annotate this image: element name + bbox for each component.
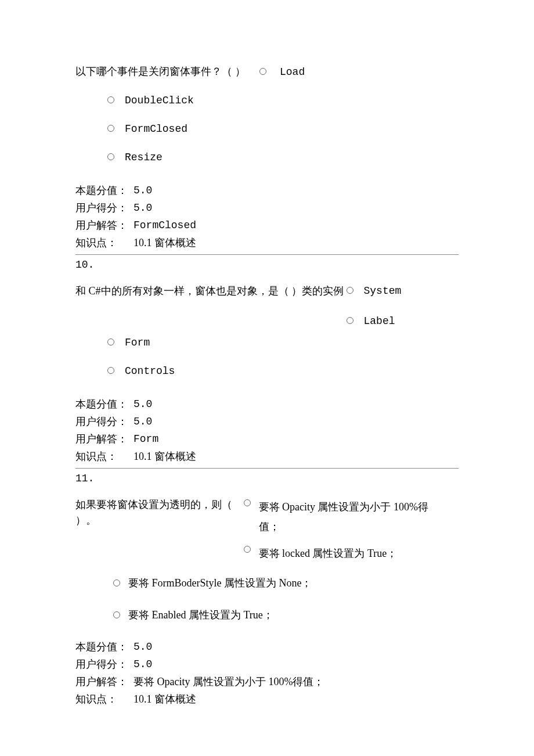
kp-label: 知识点： bbox=[75, 235, 134, 251]
q10-option-c-text: Form bbox=[125, 335, 150, 351]
radio-icon[interactable] bbox=[244, 499, 251, 506]
q11-score-row: 本题分值： 5.0 bbox=[75, 639, 459, 655]
score-label: 本题分值： bbox=[75, 183, 134, 199]
user-score-label: 用户得分： bbox=[75, 657, 134, 672]
q10-option-a-text: System bbox=[364, 283, 402, 299]
q11-lower-options: 要将 FormBoderStyle 属性设置为 None； 要将 Enabled… bbox=[75, 575, 459, 623]
q10-option-b-text: Label bbox=[364, 314, 395, 329]
q10-prompt-row: 和 C#中的所有对象一样，窗体也是对象，是（ ）类的实例 System Labe… bbox=[75, 283, 459, 329]
q9-prompt-row: 以下哪个事件是关闭窗体事件？（ ） Load bbox=[75, 64, 459, 80]
q10-option-d: Controls bbox=[107, 363, 459, 379]
user-score-label: 用户得分： bbox=[75, 200, 134, 216]
q9-option-a: Load bbox=[259, 64, 305, 80]
kp-value: 10.1 窗体概述 bbox=[134, 692, 196, 707]
user-score-label: 用户得分： bbox=[75, 414, 134, 430]
q11-option-d-text: 要将 Enabled 属性设置为 True； bbox=[128, 607, 273, 623]
user-score-value: 5.0 bbox=[134, 200, 152, 216]
q11-option-c: 要将 FormBoderStyle 属性设置为 None； bbox=[113, 575, 459, 591]
q9-meta: 本题分值： 5.0 用户得分： 5.0 用户解答： FormClosed 知识点… bbox=[75, 183, 459, 251]
q11-option-b-text: 要将 locked 属性设置为 True； bbox=[259, 543, 398, 563]
kp-label: 知识点： bbox=[75, 449, 134, 465]
score-value: 5.0 bbox=[134, 397, 152, 412]
q11-number: 11. bbox=[75, 471, 459, 487]
score-label: 本题分值： bbox=[75, 639, 134, 655]
radio-icon[interactable] bbox=[107, 367, 114, 374]
q9-option-c-text: FormClosed bbox=[125, 121, 187, 137]
radio-icon[interactable] bbox=[347, 287, 353, 294]
question-10: 10. 和 C#中的所有对象一样，窗体也是对象，是（ ）类的实例 System … bbox=[75, 257, 459, 465]
radio-icon[interactable] bbox=[107, 125, 114, 132]
radio-icon[interactable] bbox=[107, 96, 114, 103]
q11-option-d: 要将 Enabled 属性设置为 True； bbox=[113, 607, 459, 623]
radio-icon[interactable] bbox=[107, 339, 114, 345]
q9-text: 以下哪个事件是关闭窗体事件？（ ） bbox=[75, 66, 246, 77]
q10-userscore-row: 用户得分： 5.0 bbox=[75, 414, 459, 430]
q10-number: 10. bbox=[75, 257, 459, 273]
q11-option-a: 要将 Opacity 属性设置为小于 100%得值； bbox=[244, 497, 444, 537]
q11-text: 如果要将窗体设置为透明的，则（ ）。 bbox=[75, 497, 238, 528]
kp-label: 知识点： bbox=[75, 692, 134, 707]
q11-option-a-text: 要将 Opacity 属性设置为小于 100%得值； bbox=[259, 497, 444, 537]
q9-score-row: 本题分值： 5.0 bbox=[75, 183, 459, 199]
q9-option-c: FormClosed bbox=[107, 121, 459, 137]
q11-meta: 本题分值： 5.0 用户得分： 5.0 用户解答： 要将 Opacity 属性设… bbox=[75, 639, 459, 707]
q10-option-b: Label bbox=[347, 314, 402, 329]
score-label: 本题分值： bbox=[75, 397, 134, 412]
radio-icon[interactable] bbox=[259, 68, 266, 75]
score-value: 5.0 bbox=[134, 639, 152, 655]
q9-kp-row: 知识点： 10.1 窗体概述 bbox=[75, 235, 459, 251]
q10-text: 和 C#中的所有对象一样，窗体也是对象，是（ ）类的实例 bbox=[75, 283, 344, 299]
radio-icon[interactable] bbox=[107, 153, 114, 160]
q10-option-a: System bbox=[347, 283, 402, 299]
q9-userscore-row: 用户得分： 5.0 bbox=[75, 200, 459, 216]
user-answer-value: FormClosed bbox=[134, 218, 196, 233]
q11-option-c-text: 要将 FormBoderStyle 属性设置为 None； bbox=[128, 575, 312, 591]
radio-icon[interactable] bbox=[347, 317, 353, 324]
q10-option-d-text: Controls bbox=[125, 363, 175, 379]
q9-option-d-text: Resize bbox=[125, 150, 163, 165]
q11-kp-row: 知识点： 10.1 窗体概述 bbox=[75, 692, 459, 707]
q11-option-b: 要将 locked 属性设置为 True； bbox=[244, 543, 444, 563]
user-score-value: 5.0 bbox=[134, 657, 152, 672]
user-answer-label: 用户解答： bbox=[75, 218, 134, 233]
kp-value: 10.1 窗体概述 bbox=[134, 235, 196, 251]
user-answer-value: Form bbox=[134, 431, 158, 447]
q10-answer-row: 用户解答： Form bbox=[75, 431, 459, 447]
q9-option-b-text: DoubleClick bbox=[125, 93, 194, 109]
kp-value: 10.1 窗体概述 bbox=[134, 449, 196, 465]
question-9: 以下哪个事件是关闭窗体事件？（ ） Load DoubleClick FormC… bbox=[75, 64, 459, 251]
divider bbox=[75, 468, 459, 469]
radio-icon[interactable] bbox=[113, 579, 120, 586]
q11-userscore-row: 用户得分： 5.0 bbox=[75, 657, 459, 672]
q10-meta: 本题分值： 5.0 用户得分： 5.0 用户解答： Form 知识点： 10.1… bbox=[75, 397, 459, 465]
user-answer-label: 用户解答： bbox=[75, 431, 134, 447]
q9-option-d: Resize bbox=[107, 150, 459, 165]
q10-option-c: Form bbox=[107, 335, 459, 351]
question-11: 11. 如果要将窗体设置为透明的，则（ ）。 要将 Opacity 属性设置为小… bbox=[75, 471, 459, 707]
radio-icon[interactable] bbox=[113, 611, 120, 618]
q9-option-b: DoubleClick bbox=[107, 93, 459, 109]
q9-option-a-text: Load bbox=[280, 64, 305, 80]
user-answer-label: 用户解答： bbox=[75, 674, 134, 690]
user-score-value: 5.0 bbox=[134, 414, 152, 430]
user-answer-value: 要将 Opacity 属性设置为小于 100%得值； bbox=[134, 674, 324, 690]
q10-score-row: 本题分值： 5.0 bbox=[75, 397, 459, 412]
score-value: 5.0 bbox=[134, 183, 152, 199]
q10-inline-options: System Label bbox=[347, 283, 402, 329]
q9-answer-row: 用户解答： FormClosed bbox=[75, 218, 459, 233]
q11-answer-row: 用户解答： 要将 Opacity 属性设置为小于 100%得值； bbox=[75, 674, 459, 690]
q11-right-options: 要将 Opacity 属性设置为小于 100%得值； 要将 locked 属性设… bbox=[244, 497, 444, 571]
divider bbox=[75, 254, 459, 255]
radio-icon[interactable] bbox=[244, 546, 251, 553]
q10-kp-row: 知识点： 10.1 窗体概述 bbox=[75, 449, 459, 465]
q11-prompt-row: 如果要将窗体设置为透明的，则（ ）。 要将 Opacity 属性设置为小于 10… bbox=[75, 497, 459, 571]
